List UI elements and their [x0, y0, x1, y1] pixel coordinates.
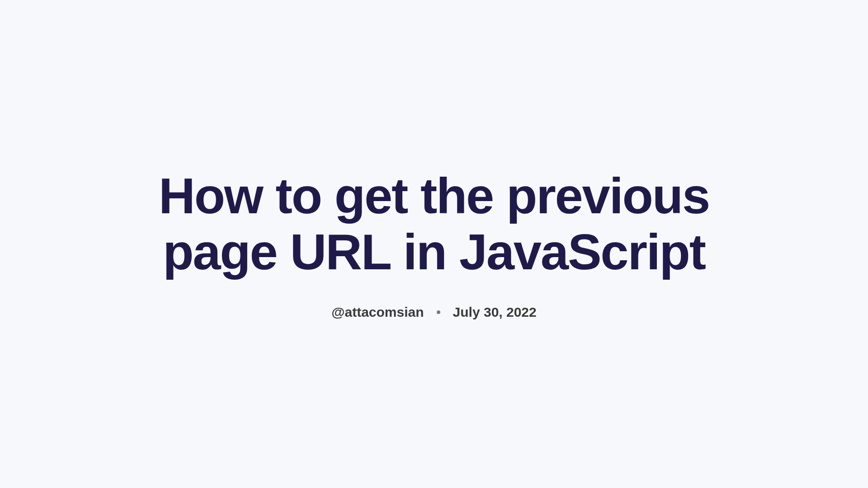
article-meta: @attacomsian July 30, 2022 — [136, 305, 732, 320]
separator-dot-icon — [437, 310, 440, 314]
article-title: How to get the previous page URL in Java… — [136, 168, 732, 279]
author-handle: @attacomsian — [331, 305, 424, 320]
publish-date: July 30, 2022 — [453, 305, 537, 320]
content-container: How to get the previous page URL in Java… — [118, 168, 750, 319]
